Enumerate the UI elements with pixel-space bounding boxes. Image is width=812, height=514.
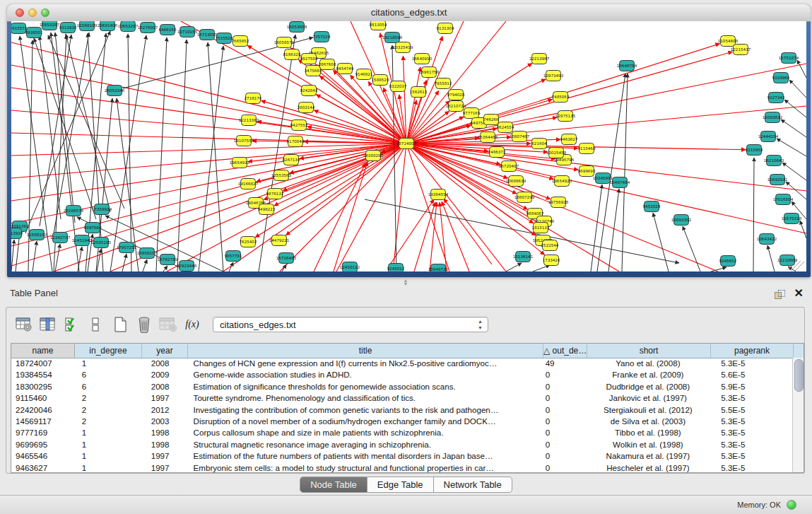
table-settings-icon[interactable] bbox=[13, 314, 35, 335]
function-builder-icon[interactable]: f(x) bbox=[182, 314, 203, 335]
graph-node-16961758[interactable]: 16961758 bbox=[419, 67, 440, 78]
graph-node-12444154[interactable]: 12444154 bbox=[758, 132, 779, 142]
graph-node-9097588[interactable]: 9097588 bbox=[84, 223, 102, 233]
graph-node-3913930[interactable]: 3913930 bbox=[11, 228, 23, 239]
graph-node-18724007[interactable]: 18724007 bbox=[396, 139, 417, 149]
tab-edge-table[interactable]: Edge Table bbox=[367, 477, 434, 493]
graph-node-20206576[interactable]: 20206576 bbox=[64, 206, 84, 216]
graph-node-9498222[interactable]: 9498222 bbox=[258, 204, 276, 215]
graph-node-2718176[interactable]: 2718176 bbox=[245, 93, 262, 104]
graph-node-17016504[interactable]: 17016504 bbox=[773, 194, 794, 205]
show-columns-icon[interactable] bbox=[37, 314, 59, 335]
graph-node-1733426[interactable]: 1733426 bbox=[543, 255, 560, 266]
graph-node-9227343[interactable]: 9227343 bbox=[767, 93, 785, 103]
graph-node-18107554[interactable]: 18107554 bbox=[234, 136, 254, 146]
graph-node-15716485[interactable]: 15716485 bbox=[276, 253, 297, 264]
graph-node-18300295[interactable]: 18300295 bbox=[363, 151, 384, 161]
graph-node-2522544[interactable]: 2522544 bbox=[541, 240, 559, 251]
table-scrollbar-thumb[interactable] bbox=[794, 359, 804, 392]
tab-network-table[interactable]: Network Table bbox=[434, 477, 512, 493]
table-row[interactable]: 946554611997Estimation of the future num… bbox=[11, 450, 792, 462]
graph-node-15136141[interactable]: 15136141 bbox=[513, 252, 534, 262]
graph-node-9313930[interactable]: 9313930 bbox=[59, 23, 77, 33]
table-row[interactable]: 1872400712008Changes of HCN gene express… bbox=[11, 358, 792, 369]
graph-node-12553563[interactable]: 12553563 bbox=[271, 170, 292, 181]
graph-node-10025458[interactable]: 10025458 bbox=[546, 148, 567, 158]
graph-node-8131304[interactable]: 8131304 bbox=[437, 23, 454, 34]
graph-node-10093302[interactable]: 10093302 bbox=[671, 215, 691, 226]
column-header-name[interactable]: name bbox=[11, 344, 75, 358]
graph-node-10653287[interactable]: 10653287 bbox=[118, 21, 139, 32]
float-panel-icon[interactable] bbox=[775, 290, 784, 299]
table-row[interactable]: 1456911722003Disruption of a novel membe… bbox=[11, 416, 792, 427]
column-header-year[interactable]: year bbox=[142, 344, 188, 358]
graph-node-17957255[interactable]: 17957255 bbox=[117, 243, 137, 253]
graph-node-10688639[interactable]: 10688639 bbox=[506, 176, 526, 187]
graph-node-9242843[interactable]: 9242843 bbox=[300, 86, 318, 96]
graph-node-16648784[interactable]: 16648784 bbox=[617, 61, 637, 71]
graph-node-1588520[interactable]: 1588520 bbox=[372, 75, 389, 86]
graph-node-17359924[interactable]: 17359924 bbox=[92, 204, 112, 215]
graph-node-12215437[interactable]: 12215437 bbox=[731, 45, 751, 55]
graph-node-9245652[interactable]: 9245652 bbox=[719, 256, 737, 267]
graph-node-12342737[interactable]: 12342737 bbox=[50, 233, 71, 243]
column-header-out_degree[interactable]: △ out_de… bbox=[543, 344, 587, 358]
graph-node-8267130[interactable]: 8267130 bbox=[283, 155, 300, 165]
graph-node-9463627[interactable]: 9463627 bbox=[560, 134, 578, 145]
graph-node-9245012[interactable]: 9245012 bbox=[387, 264, 405, 272]
graph-node-11568109[interactable]: 11568109 bbox=[77, 21, 98, 31]
graph-node-8215958[interactable]: 8215958 bbox=[746, 145, 763, 156]
table-row[interactable]: 969969511998Structural magnetic resonanc… bbox=[11, 439, 792, 450]
graph-node-19756928[interactable]: 19756928 bbox=[548, 197, 569, 208]
graph-node-12505185[interactable]: 12505185 bbox=[91, 238, 112, 248]
graph-node-20691406[interactable]: 20691406 bbox=[98, 21, 118, 31]
table-row[interactable]: 946362711997Embryonic stem cells: a mode… bbox=[11, 462, 792, 473]
graph-node-16720407[interactable]: 16720407 bbox=[499, 161, 519, 172]
memory-status-icon[interactable] bbox=[787, 500, 796, 510]
graph-node-7485063[interactable]: 7485063 bbox=[552, 92, 570, 103]
graph-node-9699695[interactable]: 9699695 bbox=[578, 166, 596, 177]
column-header-short[interactable]: short bbox=[587, 344, 711, 358]
select-all-icon[interactable] bbox=[61, 314, 83, 335]
graph-node-9827508[interactable]: 9827508 bbox=[300, 54, 318, 64]
graph-node-13325419[interactable]: 13325419 bbox=[393, 42, 413, 53]
graph-node-7515526[interactable]: 7515526 bbox=[216, 33, 233, 44]
graph-node-9329966[interactable]: 9329966 bbox=[772, 73, 790, 83]
graph-node-11451947[interactable]: 11451947 bbox=[72, 235, 93, 246]
table-row[interactable]: 1938455462009Genome-wide association stu… bbox=[11, 369, 792, 380]
graph-node-2867608[interactable]: 2867608 bbox=[319, 59, 336, 70]
graph-node-12923448[interactable]: 12923448 bbox=[177, 261, 197, 271]
graph-node-19654923[interactable]: 19654923 bbox=[552, 176, 572, 187]
graph-node-1815132[interactable]: 1815132 bbox=[532, 223, 550, 233]
graph-node-1562615[interactable]: 1562615 bbox=[410, 87, 428, 98]
graph-node-2803144[interactable]: 2803144 bbox=[298, 103, 315, 113]
graph-node-18807299[interactable]: 18807299 bbox=[514, 192, 535, 203]
graph-node-15364486[interactable]: 15364486 bbox=[478, 132, 498, 143]
graph-node-10719155[interactable]: 10719155 bbox=[177, 27, 198, 37]
graph-node-10643422[interactable]: 10643422 bbox=[757, 234, 777, 245]
graph-node-8186328[interactable]: 8186328 bbox=[283, 49, 301, 60]
table-row[interactable]: 911546021997Tourette syndrome. Phenomeno… bbox=[11, 392, 792, 404]
table-row[interactable]: 977716911998Corpus callosum shape and si… bbox=[11, 427, 792, 438]
column-header-in_degree[interactable]: in_degree bbox=[75, 344, 142, 358]
graph-node-8322037[interactable]: 8322037 bbox=[389, 81, 407, 92]
graph-node-9777169[interactable]: 9777169 bbox=[463, 108, 481, 119]
graph-node-9115460[interactable]: 9115460 bbox=[578, 144, 596, 154]
graph-node-8938501[interactable]: 8938501 bbox=[25, 28, 43, 38]
graph-node-16210723[interactable]: 16210723 bbox=[446, 101, 466, 112]
column-header-title[interactable]: title bbox=[188, 344, 543, 358]
graph-node-8813054[interactable]: 8813054 bbox=[370, 21, 387, 30]
graph-node-15751074[interactable]: 15751074 bbox=[779, 53, 799, 64]
network-canvas[interactable]: 1872400799155728938501108532879313930115… bbox=[11, 21, 806, 271]
table-scrollbar[interactable] bbox=[792, 358, 804, 472]
graph-node-14479221[interactable]: 14479221 bbox=[269, 235, 290, 246]
graph-node-7665852[interactable]: 7665852 bbox=[232, 36, 249, 47]
graph-node-7357224[interactable]: 7357224 bbox=[313, 32, 331, 42]
graph-node-10853287[interactable]: 10853287 bbox=[40, 21, 60, 30]
table-row[interactable]: 1830029562008Estimation of significance … bbox=[11, 381, 792, 392]
graph-node-15276007[interactable]: 15276007 bbox=[138, 23, 158, 33]
graph-node-12450122[interactable]: 12450122 bbox=[340, 262, 360, 272]
graph-node-12975135[interactable]: 12975135 bbox=[555, 111, 576, 122]
graph-node-8427552[interactable]: 8427552 bbox=[290, 120, 308, 131]
graph-node-12213383[interactable]: 12213383 bbox=[239, 115, 259, 126]
